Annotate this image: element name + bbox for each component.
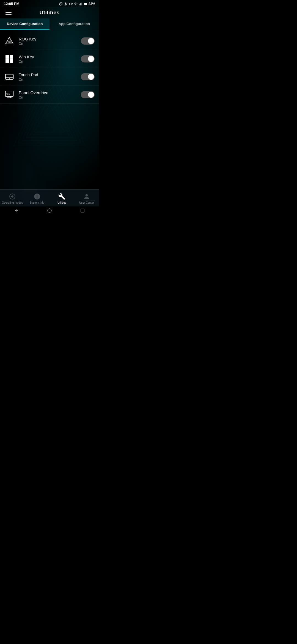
android-nav-bar xyxy=(0,206,99,215)
svg-rect-13 xyxy=(81,2,82,5)
status-bar: 12:05 PM 83% xyxy=(0,0,99,7)
rog-key-name: ROG Key xyxy=(19,37,76,41)
rog-key-toggle[interactable] xyxy=(81,37,95,45)
rog-key-icon: ROG xyxy=(4,36,14,46)
vibrate-icon xyxy=(69,2,73,6)
tab-device-configuration[interactable]: Device Configuration xyxy=(0,18,50,30)
touch-pad-icon xyxy=(4,72,14,82)
nav-system-info[interactable]: System Info xyxy=(25,192,50,205)
list-item-touch-pad: Touch Pad On xyxy=(0,68,99,86)
win-key-name: Win Key xyxy=(19,54,76,59)
panel-overdrive-icon: 3MS xyxy=(4,90,14,100)
svg-rect-20 xyxy=(10,59,13,63)
nav-user-center[interactable]: User Center xyxy=(74,192,99,205)
svg-rect-12 xyxy=(80,3,81,5)
panel-overdrive-toggle[interactable] xyxy=(81,91,95,98)
header: Utilities xyxy=(0,7,99,18)
nav-back-icon[interactable] xyxy=(14,208,19,213)
win-key-toggle[interactable] xyxy=(81,55,95,62)
nav-home-icon[interactable] xyxy=(47,208,52,213)
svg-rect-17 xyxy=(6,55,9,59)
menu-button[interactable] xyxy=(4,10,13,16)
svg-marker-5 xyxy=(34,105,65,132)
panel-overdrive-status: On xyxy=(19,95,76,99)
tab-app-configuration[interactable]: App Configuration xyxy=(50,18,99,30)
touch-pad-name: Touch Pad xyxy=(19,72,76,77)
nav-user-center-label: User Center xyxy=(79,201,94,204)
panel-overdrive-name: Panel Overdrive xyxy=(19,90,76,95)
nav-utilities-label: Utilities xyxy=(57,201,66,204)
tab-bar: Device Configuration App Configuration xyxy=(0,18,99,30)
status-time: 12:05 PM xyxy=(4,2,19,6)
list-item-panel-overdrive: 3MS Panel Overdrive On xyxy=(0,86,99,104)
user-center-icon xyxy=(83,193,90,200)
status-icons: 83% xyxy=(59,2,95,6)
win-key-icon xyxy=(4,54,14,64)
svg-rect-11 xyxy=(79,4,80,5)
svg-text:ROG: ROG xyxy=(8,41,12,43)
battery-icon xyxy=(84,2,87,6)
touch-pad-status: On xyxy=(19,78,76,81)
list-item-win-key: Win Key On xyxy=(0,50,99,68)
settings-list: ROG ROG Key On Win Key On xyxy=(0,32,99,104)
win-key-status: On xyxy=(19,60,76,64)
svg-point-29 xyxy=(48,209,51,212)
svg-rect-19 xyxy=(6,59,9,63)
win-key-text: Win Key On xyxy=(19,54,76,64)
page-title: Utilities xyxy=(13,10,86,16)
battery-percentage: 83% xyxy=(89,2,95,6)
panel-overdrive-text: Panel Overdrive On xyxy=(19,90,76,99)
rog-key-text: ROG Key On xyxy=(19,37,76,46)
touch-pad-text: Touch Pad On xyxy=(19,72,76,81)
rog-key-status: On xyxy=(19,42,76,46)
signal-icon xyxy=(79,2,82,6)
touch-pad-toggle[interactable] xyxy=(81,73,95,80)
utilities-icon xyxy=(58,193,65,200)
alarm-icon xyxy=(59,2,63,6)
wifi-icon xyxy=(74,2,78,6)
operating-modes-icon xyxy=(9,193,16,200)
svg-rect-30 xyxy=(81,209,84,212)
nav-utilities[interactable]: Utilities xyxy=(50,192,74,205)
svg-text:3MS: 3MS xyxy=(6,93,10,95)
system-info-icon xyxy=(34,193,41,200)
bluetooth-icon xyxy=(64,2,68,6)
nav-system-info-label: System Info xyxy=(30,201,45,204)
svg-rect-18 xyxy=(10,55,13,59)
nav-operating-modes[interactable]: Operating modes xyxy=(0,192,25,205)
list-item-rog-key: ROG ROG Key On xyxy=(0,32,99,50)
nav-recents-icon[interactable] xyxy=(80,208,85,213)
nav-operating-modes-label: Operating modes xyxy=(2,201,23,204)
bottom-nav: Operating modes System Info Utilities Us… xyxy=(0,189,99,206)
svg-rect-10 xyxy=(79,4,79,5)
